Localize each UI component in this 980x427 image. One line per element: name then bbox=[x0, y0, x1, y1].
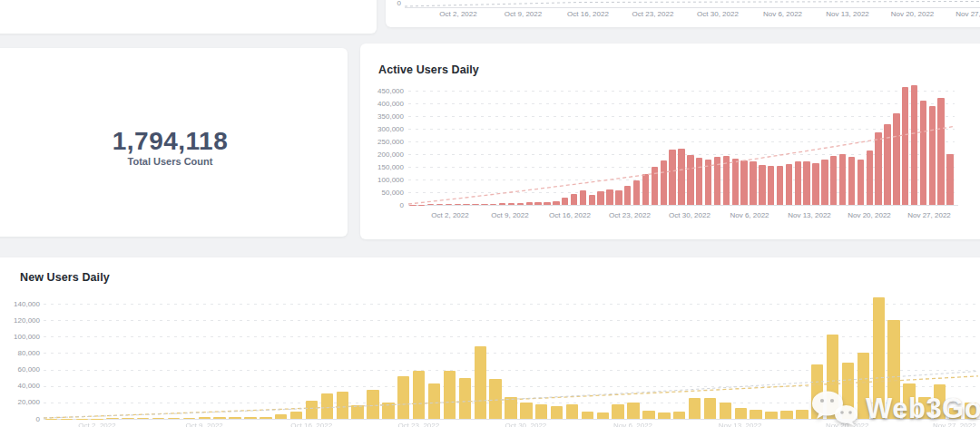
bar bbox=[765, 412, 777, 419]
bar bbox=[911, 85, 917, 205]
new-users-daily-y-tick-label: 0 bbox=[0, 416, 40, 423]
active-users-daily-gridline bbox=[408, 141, 955, 142]
active-users-daily-y-tick-label: 300,000 bbox=[349, 126, 404, 133]
bar bbox=[122, 418, 133, 419]
top-chart-x-tick-label: Oct 23, 2022 bbox=[632, 10, 674, 18]
active-users-daily-y-tick-label: 150,000 bbox=[349, 164, 404, 171]
bar bbox=[633, 180, 640, 205]
bar bbox=[920, 101, 926, 205]
bar bbox=[463, 204, 469, 205]
bar bbox=[455, 204, 461, 205]
top-chart-y-zero-label: 0 bbox=[347, 0, 401, 7]
bar bbox=[444, 371, 456, 419]
bar bbox=[658, 412, 670, 419]
bar bbox=[562, 198, 568, 205]
active-users-daily-y-tick-label: 0 bbox=[349, 202, 404, 209]
total-users-label: Total Users Count bbox=[0, 156, 348, 167]
new-users-daily-y-tick-label: 140,000 bbox=[0, 301, 40, 308]
active-users-daily-x-tick-label: Oct 16, 2022 bbox=[549, 211, 591, 219]
top-chart-x-tick-label: Nov 20, 2022 bbox=[891, 10, 935, 18]
bar bbox=[705, 160, 711, 205]
bar bbox=[397, 376, 409, 419]
bar bbox=[678, 149, 684, 205]
active-users-daily-x-tick-label: Oct 2, 2022 bbox=[431, 211, 468, 219]
bar bbox=[367, 390, 378, 419]
bar bbox=[786, 164, 792, 205]
bar bbox=[199, 417, 211, 419]
bar bbox=[137, 418, 149, 419]
active-users-daily-x-tick-label: Nov 20, 2022 bbox=[848, 211, 891, 219]
bar bbox=[213, 417, 225, 419]
bar bbox=[740, 160, 747, 205]
bar bbox=[597, 191, 603, 205]
bar bbox=[902, 87, 908, 205]
bar bbox=[732, 159, 739, 205]
bar bbox=[306, 401, 318, 419]
bar bbox=[642, 174, 649, 205]
bar bbox=[508, 203, 514, 205]
bar bbox=[795, 161, 801, 205]
active-users-daily-y-tick-label: 250,000 bbox=[349, 139, 404, 146]
active-users-daily-y-tick-label: 400,000 bbox=[349, 101, 404, 108]
new-users-daily-y-tick-label: 60,000 bbox=[0, 366, 40, 374]
top-left-partial-card bbox=[0, 0, 377, 34]
bar bbox=[168, 418, 180, 419]
top-chart-x-tick-label: Oct 16, 2022 bbox=[567, 10, 609, 18]
bar bbox=[669, 150, 675, 205]
bar bbox=[413, 371, 425, 419]
bar bbox=[875, 132, 881, 205]
active-users-daily-x-tick-label: Oct 23, 2022 bbox=[609, 211, 651, 219]
bar bbox=[229, 417, 240, 419]
total-users-value: 1,794,118 bbox=[0, 127, 348, 156]
bar bbox=[704, 398, 716, 419]
active-users-daily-axis-line bbox=[408, 205, 958, 206]
bar bbox=[661, 160, 667, 205]
bar bbox=[472, 204, 478, 205]
bar bbox=[520, 403, 532, 419]
bar bbox=[937, 98, 944, 205]
bar bbox=[183, 418, 195, 419]
bar bbox=[553, 201, 559, 205]
bar bbox=[884, 124, 890, 205]
new-users-daily-x-tick-label: Oct 30, 2022 bbox=[505, 422, 546, 427]
new-users-chart-title: New Users Daily bbox=[20, 271, 110, 284]
bar bbox=[589, 195, 595, 205]
bar bbox=[551, 406, 563, 419]
active-users-daily-gridline bbox=[408, 103, 955, 104]
active-users-daily-y-tick-label: 350,000 bbox=[349, 113, 404, 121]
bar bbox=[929, 106, 936, 205]
bar bbox=[858, 160, 864, 205]
new-users-daily-x-tick-label: Oct 16, 2022 bbox=[290, 422, 332, 427]
bar bbox=[606, 189, 612, 205]
bar bbox=[382, 403, 394, 419]
bar bbox=[642, 411, 654, 419]
bar bbox=[830, 156, 837, 205]
bar bbox=[351, 405, 363, 419]
new-users-daily-y-tick-label: 120,000 bbox=[0, 317, 40, 325]
wechat-icon bbox=[810, 389, 859, 427]
active-users-daily-x-tick-label: Oct 9, 2022 bbox=[491, 211, 528, 219]
top-chart-x-tick-label: Oct 9, 2022 bbox=[505, 10, 542, 18]
bar bbox=[780, 411, 792, 419]
bar bbox=[45, 419, 57, 420]
bar bbox=[475, 346, 486, 419]
bar bbox=[428, 383, 440, 419]
bar bbox=[106, 418, 118, 419]
top-chart-x-tick-label: Nov 13, 2022 bbox=[826, 10, 869, 18]
bar bbox=[627, 403, 639, 419]
bar bbox=[427, 204, 434, 205]
bar bbox=[612, 404, 623, 419]
bar bbox=[489, 379, 501, 419]
bar bbox=[687, 155, 693, 205]
bar bbox=[260, 417, 271, 419]
bar bbox=[750, 161, 756, 205]
bar bbox=[893, 113, 899, 205]
new-users-daily-x-tick-label: Nov 6, 2022 bbox=[613, 422, 652, 427]
top-chart-x-tick-label: Oct 2, 2022 bbox=[439, 10, 476, 18]
new-users-daily-y-tick-label: 40,000 bbox=[0, 383, 40, 390]
bar bbox=[720, 403, 731, 419]
bar bbox=[321, 393, 333, 419]
bar bbox=[580, 190, 586, 205]
watermark-text: Web3Go bbox=[866, 394, 980, 422]
bar bbox=[867, 150, 873, 205]
